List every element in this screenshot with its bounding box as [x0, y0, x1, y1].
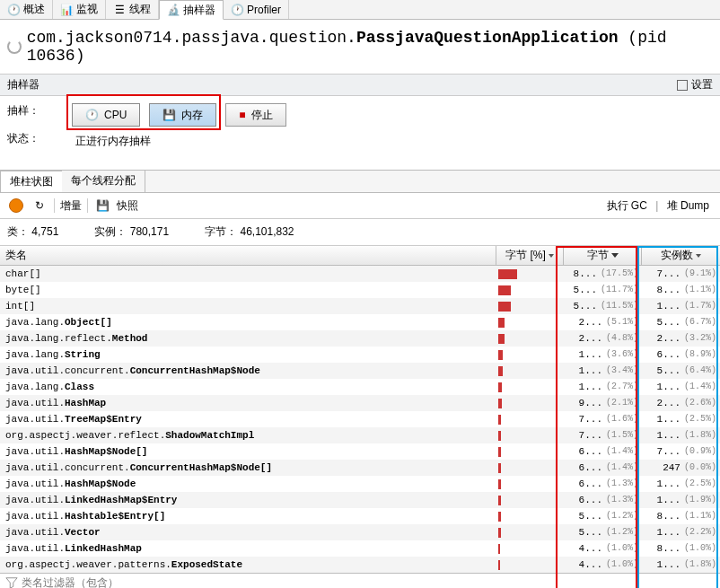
page-title: com.jackson0714.passjava.question.Passja… — [27, 29, 713, 65]
status-label: 状态： — [7, 131, 61, 146]
main-tabs: 🕐概述 📊监视 ☰线程 🔬抽样器 🕐Profiler — [0, 0, 720, 20]
table-row[interactable]: java.util.HashMap9...(2.1%)2...(2.6%) — [0, 395, 720, 411]
record-icon — [9, 198, 23, 213]
gc-button[interactable]: 执行 GC — [603, 198, 651, 214]
controls: 抽样： 状态： 🕐CPU 💾内存 ■停止 正进行内存抽样 — [0, 96, 720, 170]
col-instances[interactable]: 实例数 — [642, 246, 720, 265]
refresh-icon[interactable] — [7, 39, 22, 54]
table-row[interactable]: org.aspectj.weaver.reflect.ShadowMatchIm… — [0, 427, 720, 443]
title-bar: com.jackson0714.passjava.question.Passja… — [0, 20, 720, 74]
table-row[interactable]: java.util.HashMap$Node6...(1.3%)1...(2.5… — [0, 476, 720, 492]
profiler-icon: 🕐 — [231, 4, 243, 16]
table-header: 类名 字节 [%] 字节 实例数 — [0, 246, 720, 266]
threads-icon: ☰ — [113, 4, 126, 16]
sort-desc-icon — [696, 254, 701, 258]
sub-tab-heap[interactable]: 堆柱状图 — [0, 171, 63, 192]
refresh-button[interactable]: ↻ — [31, 197, 48, 215]
settings-checkbox[interactable]: 设置 — [677, 77, 713, 92]
disk-icon: 💾 — [162, 109, 176, 121]
table-row[interactable]: char[]8...(17.5%)7...(9.1%) — [0, 266, 720, 282]
table-row[interactable]: java.util.Hashtable$Entry[]5...(1.2%)8..… — [0, 508, 720, 524]
filter-bar — [0, 573, 720, 588]
tab-overview[interactable]: 🕐概述 — [0, 0, 53, 19]
cpu-button[interactable]: 🕐CPU — [72, 103, 140, 127]
table-body: char[]8...(17.5%)7...(9.1%)byte[]5...(11… — [0, 266, 720, 573]
snapshot-button[interactable]: 快照 — [117, 198, 138, 214]
section-header: 抽样器 设置 — [0, 74, 720, 96]
table-row[interactable]: byte[]5...(11.7%)8...(1.1%) — [0, 282, 720, 298]
clock-icon: 🕐 — [7, 4, 20, 16]
tab-profiler[interactable]: 🕐Profiler — [224, 0, 289, 19]
tab-threads[interactable]: ☰线程 — [106, 0, 159, 19]
table-row[interactable]: int[]5...(11.5%)1...(1.7%) — [0, 298, 720, 314]
sampler-icon: 🔬 — [167, 4, 180, 16]
tab-sampler[interactable]: 🔬抽样器 — [159, 0, 224, 20]
sub-tab-thread-alloc[interactable]: 每个线程分配 — [62, 171, 145, 192]
section-title: 抽样器 — [7, 77, 40, 92]
table-row[interactable]: java.lang.Object[]2...(5.1%)5...(6.7%) — [0, 314, 720, 330]
sort-desc-icon — [549, 254, 554, 258]
classes-count: 4,751 — [31, 225, 58, 238]
summary: 类： 4,751 实例： 780,171 字节： 46,101,832 — [0, 219, 720, 246]
table-wrap: 类名 字节 [%] 字节 实例数 char[]8...(17.5%)7...(9… — [0, 246, 720, 573]
sample-label: 抽样： — [7, 103, 61, 118]
toolbar: ↻ 增量 💾 快照 执行 GC | 堆 Dump — [0, 193, 720, 219]
sub-tabs: 堆柱状图 每个线程分配 — [0, 170, 720, 193]
clock-icon: 🕐 — [85, 109, 99, 121]
delta-label[interactable]: 增量 — [60, 198, 82, 214]
table-row[interactable]: java.util.HashMap$Node[]6...(1.4%)7...(0… — [0, 443, 720, 460]
table-row[interactable]: java.util.TreeMap$Entry7...(1.6%)1...(2.… — [0, 411, 720, 427]
memory-button[interactable]: 💾内存 — [149, 103, 216, 127]
stop-button[interactable]: ■停止 — [225, 103, 285, 127]
sort-desc-icon — [611, 253, 619, 258]
table-row[interactable]: java.util.LinkedHashMap$Entry6...(1.3%)1… — [0, 492, 720, 508]
pause-button[interactable] — [7, 197, 25, 215]
table-row[interactable]: java.util.Vector5...(1.2%)1...(2.2%) — [0, 524, 720, 540]
stop-icon: ■ — [239, 109, 245, 121]
col-bytes-pct[interactable]: 字节 [%] — [496, 246, 564, 265]
heapdump-button[interactable]: 堆 Dump — [663, 198, 713, 214]
status-text: 正进行内存抽样 — [72, 134, 286, 149]
table-row[interactable]: org.aspectj.weaver.patterns.ExposedState… — [0, 557, 720, 573]
table-row[interactable]: java.lang.Class1...(2.7%)1...(1.4%) — [0, 379, 720, 395]
filter-input[interactable] — [22, 576, 715, 588]
funnel-icon — [5, 576, 18, 588]
table-row[interactable]: java.lang.String1...(3.6%)6...(8.9%) — [0, 347, 720, 363]
chart-icon: 📊 — [60, 4, 73, 16]
table-row[interactable]: java.util.concurrent.ConcurrentHashMap$N… — [0, 460, 720, 476]
table-row[interactable]: java.lang.reflect.Method2...(4.8%)2...(3… — [0, 330, 720, 347]
col-bytes[interactable]: 字节 — [564, 246, 642, 265]
table-row[interactable]: java.util.concurrent.ConcurrentHashMap$N… — [0, 363, 720, 379]
tab-monitor[interactable]: 📊监视 — [53, 0, 106, 19]
table-row[interactable]: java.util.LinkedHashMap4...(1.0%)8...(1.… — [0, 540, 720, 557]
bytes-count: 46,101,832 — [240, 225, 294, 238]
col-classname[interactable]: 类名 — [0, 246, 496, 265]
instances-count: 780,171 — [130, 225, 169, 238]
snapshot-icon: 💾 — [93, 197, 111, 215]
